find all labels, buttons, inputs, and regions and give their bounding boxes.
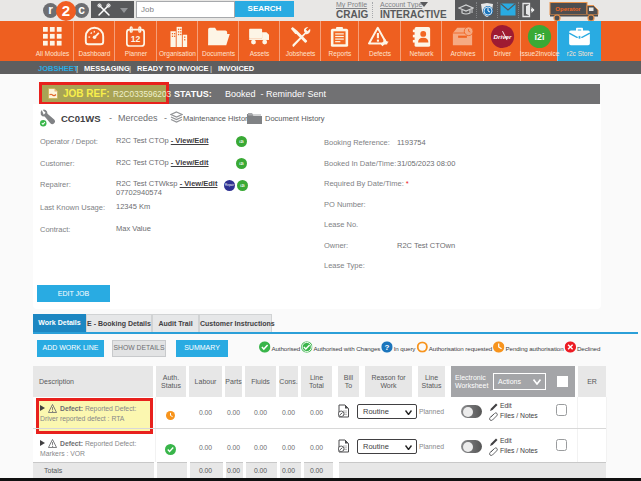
svg-text:Operator: Operator bbox=[555, 6, 581, 12]
svg-text:Driver: Driver bbox=[493, 33, 512, 40]
svg-text:i2i: i2i bbox=[534, 32, 544, 42]
svg-text:?: ? bbox=[385, 343, 390, 352]
svg-text:12: 12 bbox=[131, 33, 141, 43]
